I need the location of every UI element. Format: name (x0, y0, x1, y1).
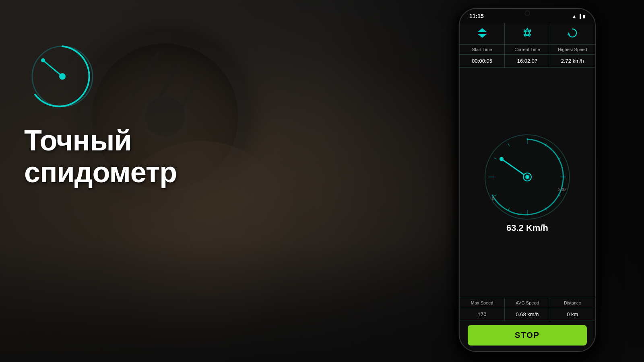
stop-button-container: STOP (460, 321, 595, 351)
wifi-icon: ▲ (572, 14, 576, 19)
svg-line-2 (43, 60, 62, 76)
speedometer-display: 0 300 (483, 133, 572, 221)
status-time: 11:15 (469, 13, 484, 19)
max-speed-header: Max Speed (460, 298, 505, 308)
stats-header-row: Start Time Current Time Highest Speed (460, 45, 595, 55)
left-speedometer-icon (26, 40, 99, 113)
svg-text:300: 300 (558, 187, 566, 192)
svg-marker-4 (477, 28, 487, 32)
phone-frame: 11:15 ▲ ▐ ▮ (459, 8, 596, 352)
svg-marker-5 (477, 34, 487, 38)
bottom-stats-header: Max Speed AVG Speed Distance (460, 298, 595, 308)
toolbar (460, 23, 595, 45)
signal-icon: ▐ (578, 14, 581, 19)
avg-speed-header: AVG Speed (505, 298, 550, 308)
russian-text: Точный спидометр (24, 125, 177, 188)
current-time-value: 16:02:07 (505, 55, 550, 67)
start-stop-icon (477, 27, 488, 40)
svg-point-6 (525, 31, 529, 35)
battery-icon: ▮ (583, 14, 585, 19)
start-stop-button[interactable] (460, 23, 505, 44)
reset-icon (567, 27, 578, 40)
svg-text:0: 0 (492, 196, 494, 201)
status-icons: ▲ ▐ ▮ (572, 14, 585, 19)
speed-value: 63.2 Km/h (506, 223, 548, 233)
distance-value: 0 km (550, 308, 595, 321)
svg-point-3 (41, 58, 45, 62)
settings-button[interactable] (505, 23, 550, 44)
start-time-header: Start Time (460, 45, 505, 54)
svg-marker-7 (568, 32, 570, 35)
phone-container: 11:15 ▲ ▐ ▮ (459, 8, 596, 352)
status-bar: 11:15 ▲ ▐ ▮ (460, 9, 595, 23)
bottom-stats-values: 170 0.68 km/h 0 km (460, 308, 595, 321)
gear-icon (522, 27, 533, 40)
start-time-value: 00:00:05 (460, 55, 505, 67)
highest-speed-header: Highest Speed (550, 45, 595, 54)
stats-values-row: 00:00:05 16:02:07 2.72 km/h (460, 55, 595, 68)
stop-button[interactable]: STOP (468, 325, 587, 346)
current-time-header: Current Time (505, 45, 550, 54)
highest-speed-value: 2.72 km/h (550, 55, 595, 67)
speedometer-area: 0 300 63.2 Km/h (460, 68, 595, 298)
distance-header: Distance (550, 298, 595, 308)
max-speed-value: 170 (460, 308, 505, 321)
svg-point-26 (525, 175, 529, 179)
phone-screen: Start Time Current Time Highest Speed 00… (460, 23, 595, 351)
reset-button[interactable] (550, 23, 595, 44)
avg-speed-value: 0.68 km/h (505, 308, 550, 321)
camera-notch (524, 10, 530, 16)
